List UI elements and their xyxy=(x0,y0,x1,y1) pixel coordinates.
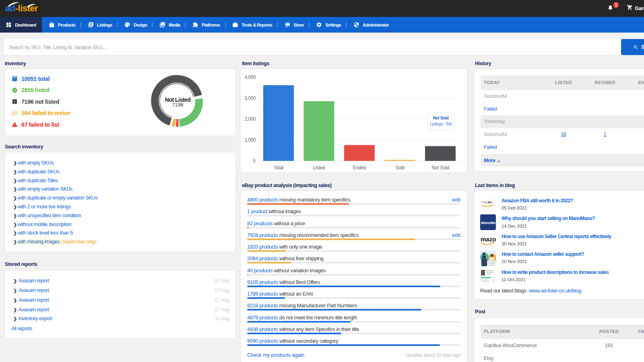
svg-text:0: 0 xyxy=(253,158,256,164)
svg-text:rt by am: rt by am xyxy=(481,201,492,204)
svg-text:mazon: mazon xyxy=(481,236,496,243)
svg-text:Ended: Ended xyxy=(353,165,366,171)
svg-text:2,000: 2,000 xyxy=(244,116,256,122)
svg-text:Total: Total xyxy=(274,165,283,171)
svg-text:4,000: 4,000 xyxy=(244,74,256,80)
svg-text:1,000: 1,000 xyxy=(244,137,256,143)
svg-text:Listed: Listed xyxy=(313,165,325,171)
svg-text:3,000: 3,000 xyxy=(244,95,256,101)
svg-text:Sold: Sold xyxy=(395,165,405,171)
svg-text:ManoMa: ManoMa xyxy=(481,221,495,225)
svg-text:Not Sold: Not Sold xyxy=(431,165,449,171)
